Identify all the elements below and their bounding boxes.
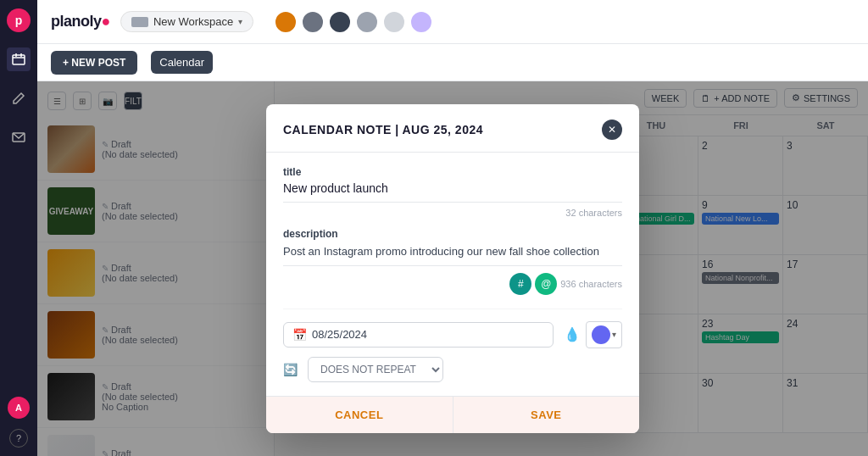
sidebar: p A ?	[0, 0, 37, 456]
avatar-1[interactable]	[274, 10, 298, 34]
sidebar-item-calendar[interactable]	[7, 47, 31, 71]
emoji-icon[interactable]: @	[535, 273, 557, 295]
save-button[interactable]: SAVE	[453, 397, 640, 433]
chevron-down-icon: ▾	[238, 17, 242, 26]
description-icons: # @ 936 characters	[283, 273, 622, 295]
hashtag-icon[interactable]: #	[509, 273, 531, 295]
repeat-icon: 🔄	[283, 363, 298, 376]
planoly-logo: planoly●	[51, 13, 110, 31]
avatar-3[interactable]	[328, 10, 352, 34]
avatar-group	[274, 10, 433, 34]
calendar-icon: 📅	[292, 328, 307, 342]
workspace-label: New Workspace	[153, 15, 233, 28]
modal-overlay: CALENDAR NOTE | AUG 25, 2024 ✕ title New…	[37, 81, 868, 456]
date-field[interactable]: 📅 08/25/2024	[283, 322, 554, 348]
new-post-button[interactable]: + NEW POST	[51, 51, 137, 75]
calendar-note-modal: CALENDAR NOTE | AUG 25, 2024 ✕ title New…	[266, 104, 639, 433]
svg-rect-0	[13, 55, 25, 64]
title-field-container: New product launch	[283, 181, 622, 203]
sub-nav: + NEW POST Calendar	[37, 44, 868, 81]
avatar-6[interactable]	[409, 10, 433, 34]
desc-char-count: 936 characters	[560, 279, 622, 289]
user-avatar[interactable]: A	[8, 397, 30, 419]
dropdown-arrow-icon: ▾	[612, 330, 616, 339]
workspace-icon	[131, 17, 148, 27]
repeat-select[interactable]: DOES NOT REPEAT	[308, 357, 443, 382]
modal-header: CALENDAR NOTE | AUG 25, 2024 ✕	[266, 104, 639, 153]
description-label: description	[283, 228, 622, 240]
sidebar-item-edit[interactable]	[7, 86, 31, 110]
top-bar: planoly● New Workspace ▾	[37, 0, 868, 44]
cancel-button[interactable]: CANCEL	[266, 397, 453, 433]
date-value: 08/25/2024	[312, 328, 367, 341]
tab-calendar[interactable]: Calendar	[151, 51, 213, 74]
avatar-2[interactable]	[301, 10, 325, 34]
description-section: description Post an Instagram promo intr…	[283, 228, 622, 295]
avatar-4[interactable]	[355, 10, 379, 34]
date-color-row: 📅 08/25/2024 💧 ▾	[283, 321, 622, 348]
sidebar-item-inbox[interactable]	[7, 125, 31, 149]
title-char-count: 32 characters	[283, 208, 622, 218]
color-picker-icon: 💧	[564, 326, 581, 342]
repeat-row: 🔄 DOES NOT REPEAT	[283, 357, 622, 382]
description-value[interactable]: Post an Instagram promo introducing our …	[283, 243, 622, 260]
modal-title: CALENDAR NOTE | AUG 25, 2024	[283, 123, 483, 136]
help-icon[interactable]: ?	[9, 429, 28, 448]
close-button[interactable]: ✕	[602, 120, 622, 140]
description-field-container: Post an Instagram promo introducing our …	[283, 243, 622, 266]
modal-footer: CANCEL SAVE	[266, 396, 639, 433]
title-value[interactable]: New product launch	[283, 181, 622, 195]
color-section: 💧 ▾	[564, 321, 622, 348]
app-logo[interactable]: p	[7, 8, 31, 32]
title-label: title	[283, 166, 622, 178]
color-circle	[592, 325, 610, 344]
workspace-selector[interactable]: New Workspace ▾	[120, 11, 253, 32]
calendar-area: ☰ ⊞ 📷 FILT ✎Draft (No date selected) GIV	[37, 81, 868, 456]
modal-body: title New product launch 32 characters d…	[266, 153, 639, 396]
avatar-5[interactable]	[382, 10, 406, 34]
modal-fields: 📅 08/25/2024 💧 ▾	[283, 309, 622, 382]
color-dropdown[interactable]: ▾	[586, 321, 622, 348]
